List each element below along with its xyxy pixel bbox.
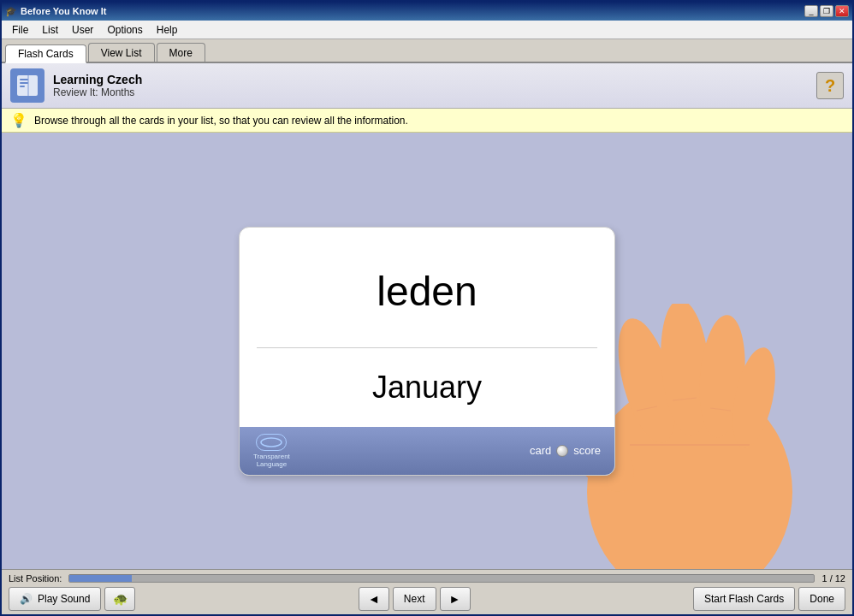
header-left: Learning Czech Review It: Months	[10, 68, 142, 103]
forward-arrow-icon: ►	[449, 592, 461, 606]
right-buttons: Start Flash Cards Done	[693, 587, 845, 611]
extra-icon: 🐢	[113, 592, 128, 606]
info-message: Browse through all the cards in your lis…	[34, 115, 408, 127]
card-score-area: card score	[530, 444, 601, 457]
tab-flash-cards[interactable]: Flash Cards	[5, 44, 86, 63]
center-buttons: ◄ Next ►	[359, 587, 471, 611]
button-row: 🔊 Play Sound 🐢 ◄ Next ►	[9, 587, 845, 611]
app-icon: 🎓	[5, 6, 17, 17]
progress-bar-fill	[69, 575, 131, 582]
flash-card: leden January TransparentLanguage card s…	[239, 227, 615, 476]
app-title: Before You Know It	[21, 6, 106, 16]
card-logo-icon	[256, 434, 287, 451]
score-dot	[556, 445, 568, 457]
menu-help[interactable]: Help	[150, 22, 185, 38]
back-arrow-icon: ◄	[368, 592, 380, 606]
menu-options[interactable]: Options	[100, 22, 149, 38]
header-title: Learning Czech	[53, 73, 142, 86]
header-area: Learning Czech Review It: Months ?	[2, 63, 852, 109]
progress-bar-track	[68, 574, 815, 583]
help-button[interactable]: ?	[816, 72, 844, 99]
card-word: leden	[377, 268, 477, 315]
close-button[interactable]: ✕	[835, 5, 849, 17]
start-flash-cards-button[interactable]: Start Flash Cards	[693, 587, 795, 611]
minimize-button[interactable]: _	[804, 5, 818, 17]
title-bar-left: 🎓 Before You Know It	[5, 6, 106, 17]
card-label: card	[530, 444, 551, 457]
next-forward-button[interactable]: ►	[440, 587, 471, 611]
card-top: leden	[240, 228, 614, 347]
card-logo-text: TransparentLanguage	[253, 453, 290, 468]
menu-list[interactable]: List	[35, 22, 65, 38]
next-button[interactable]: Next	[393, 587, 436, 611]
previous-button[interactable]: ◄	[359, 587, 389, 611]
header-text-block: Learning Czech Review It: Months	[53, 73, 142, 98]
tab-more[interactable]: More	[157, 43, 205, 62]
book-icon	[14, 72, 41, 99]
extra-button[interactable]: 🐢	[104, 587, 135, 611]
title-buttons: _ ❐ ✕	[804, 5, 849, 17]
bottom-bar: List Position: 1 / 12 🔊 Play Sound 🐢 ◄	[2, 569, 852, 614]
menu-bar: File List User Options Help	[2, 21, 852, 39]
card-translation: January	[240, 348, 614, 427]
card-logo: TransparentLanguage	[253, 434, 290, 468]
speaker-icon: 🔊	[20, 593, 33, 605]
card-footer: TransparentLanguage card score	[240, 427, 614, 475]
menu-user[interactable]: User	[65, 22, 100, 38]
svg-rect-4	[27, 75, 29, 96]
info-bar: 💡 Browse through all the cards in your l…	[2, 109, 852, 133]
left-buttons: 🔊 Play Sound 🐢	[9, 587, 135, 611]
tab-bar: Flash Cards View List More	[2, 39, 852, 63]
svg-point-5	[261, 438, 282, 447]
header-subtitle: Review It: Months	[53, 86, 142, 98]
done-button[interactable]: Done	[798, 587, 845, 611]
header-icon	[10, 68, 44, 103]
play-sound-button[interactable]: 🔊 Play Sound	[9, 587, 101, 611]
svg-rect-3	[20, 86, 25, 87]
progress-count: 1 / 12	[821, 573, 845, 583]
logo-swoosh	[259, 436, 283, 448]
restore-button[interactable]: ❐	[820, 5, 833, 17]
main-content: leden January TransparentLanguage card s…	[2, 133, 852, 569]
svg-rect-2	[20, 82, 28, 84]
tab-view-list[interactable]: View List	[88, 43, 155, 62]
list-position-label: List Position:	[9, 573, 62, 583]
info-icon: 💡	[10, 112, 27, 128]
title-bar: 🎓 Before You Know It _ ❐ ✕	[2, 2, 852, 21]
progress-row: List Position: 1 / 12	[9, 573, 845, 583]
svg-rect-1	[20, 79, 28, 80]
score-label: score	[573, 444, 601, 457]
menu-file[interactable]: File	[5, 22, 35, 38]
